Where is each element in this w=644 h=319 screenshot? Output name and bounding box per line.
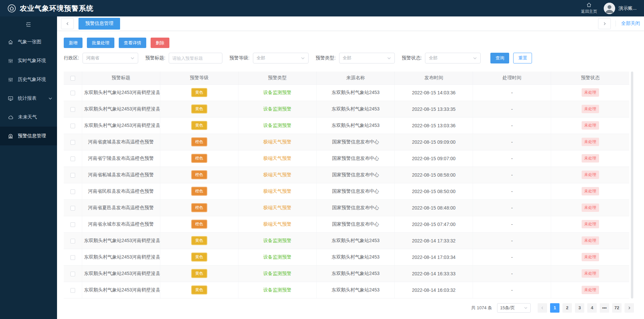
row-checkbox[interactable] xyxy=(70,189,75,194)
title-filter-label: 预警标题: xyxy=(145,55,165,61)
row-checkbox[interactable] xyxy=(70,140,75,145)
next-page-button[interactable] xyxy=(625,303,634,313)
row-checkbox[interactable] xyxy=(70,288,75,293)
source-cell: 东双鹅头村气象站2453 xyxy=(316,232,394,249)
publish-time-cell: 2022-08-14 17:33:32 xyxy=(395,232,473,249)
table-row[interactable]: 河南省永城市发布高温橙色预警橙色极端天气预警国家预警信息发布中心2022-08-… xyxy=(64,216,629,232)
level-badge: 橙色 xyxy=(191,154,207,163)
search-button[interactable]: 查询 xyxy=(490,53,509,63)
page-button-4[interactable]: 4 xyxy=(587,303,597,313)
sidebar-item-2[interactable]: 历史气象环境 xyxy=(0,70,57,89)
sidebar-item-label: 实时气象环境 xyxy=(18,58,46,64)
table-row[interactable]: 东双鹅头村气象站2453河南鹤壁浚县黄色设备监测预警东双鹅头村气象站245320… xyxy=(64,84,629,101)
delete-button[interactable]: 删除 xyxy=(151,38,169,48)
table-row[interactable]: 河南省民权县发布高温橙色预警橙色极端天气预警国家预警信息发布中心2022-08-… xyxy=(64,183,629,199)
table-scrollbar[interactable] xyxy=(631,72,633,299)
table-row[interactable]: 河南省柘城县发布高温橙色预警橙色极端天气预警国家预警信息发布中心2022-08-… xyxy=(64,167,629,183)
warning-type-select[interactable]: 全部 xyxy=(339,53,395,63)
level-label: 预警等级: xyxy=(229,55,250,61)
warning-title-cell: 东双鹅头村气象站2453河南鹤壁浚县 xyxy=(82,282,160,298)
fold-menu-icon[interactable] xyxy=(0,16,57,33)
column-header: 预警状态 xyxy=(551,72,629,84)
warning-table: 预警标题预警等级预警类型来源名称发布时间处理时间预警状态 东双鹅头村气象站245… xyxy=(64,72,634,299)
source-cell: 东双鹅头村气象站2453 xyxy=(316,282,394,298)
sidebar-item-4[interactable]: 未来天气 xyxy=(0,108,57,127)
warning-type-cell: 设备监测预警 xyxy=(238,117,316,134)
prev-page-button[interactable] xyxy=(538,303,547,313)
region-select[interactable]: 河南省 xyxy=(83,53,138,63)
sidebar-item-5[interactable]: 预警信息管理 xyxy=(0,127,57,145)
status-badge: 未处理 xyxy=(582,253,599,261)
source-cell: 国家预警信息发布中心 xyxy=(316,199,394,216)
row-checkbox[interactable] xyxy=(70,124,75,128)
table-row[interactable]: 河南省虞城县发布高温橙色预警橙色极端天气预警国家预警信息发布中心2022-08-… xyxy=(64,134,629,150)
sidebar-item-0[interactable]: 气象一张图 xyxy=(0,33,57,51)
table-row[interactable]: 河南省夏邑县发布高温橙色预警橙色极端天气预警国家预警信息发布中心2022-08-… xyxy=(64,199,629,216)
warning-title-input[interactable] xyxy=(169,53,222,63)
table-row[interactable]: 东双鹅头村气象站2453河南鹤壁浚县黄色设备监测预警东双鹅头村气象站245320… xyxy=(64,117,629,134)
view-detail-button[interactable]: 查看详情 xyxy=(119,38,146,48)
row-checkbox[interactable] xyxy=(70,222,75,227)
table-row[interactable]: 东双鹅头村气象站2453河南鹤壁浚县黄色设备监测预警东双鹅头村气象站245320… xyxy=(64,282,629,298)
region-label: 行政区: xyxy=(64,55,79,61)
column-header: 预警标题 xyxy=(82,72,160,84)
publish-time-cell: 2022-08-15 13:33:35 xyxy=(395,101,473,117)
page-button-2[interactable]: 2 xyxy=(562,303,572,313)
row-checkbox[interactable] xyxy=(70,91,75,95)
chevron-down-icon xyxy=(387,56,391,60)
warning-status-select[interactable]: 全部 xyxy=(425,53,481,63)
row-checkbox[interactable] xyxy=(70,239,75,243)
row-checkbox[interactable] xyxy=(70,255,75,260)
chevron-down-icon xyxy=(48,96,52,100)
handle-time-cell: - xyxy=(473,265,551,282)
tab-scroll-left-button[interactable] xyxy=(61,18,74,29)
publish-time-cell: 2022-08-14 16:33:33 xyxy=(395,265,473,282)
sidebar-item-1[interactable]: 实时气象环境 xyxy=(0,51,57,70)
publish-time-cell: 2022-08-15 13:03:36 xyxy=(395,117,473,134)
close-all-tabs-button[interactable]: 全部关闭 xyxy=(615,20,640,27)
type-label: 预警类型: xyxy=(316,55,336,61)
tab-warning-info-management[interactable]: 预警信息管理 xyxy=(78,18,120,30)
warning-type-cell: 极端天气预警 xyxy=(238,216,316,232)
publish-time-cell: 2022-08-15 09:07:00 xyxy=(395,150,473,167)
page-size-select[interactable]: 15条/页 xyxy=(497,303,531,313)
main-content: 预警信息管理 全部关闭 新增 批量处理 查看详情 删除 行政区: 河南省 预警标… xyxy=(57,16,644,319)
page-button-1[interactable]: 1 xyxy=(550,303,559,313)
warning-type-cell: 极端天气预警 xyxy=(238,183,316,199)
reset-button[interactable]: 重置 xyxy=(513,53,532,63)
handle-time-cell: - xyxy=(473,249,551,265)
sidebar: 气象一张图实时气象环境历史气象环境统计报表未来天气预警信息管理 xyxy=(0,16,57,319)
avatar[interactable] xyxy=(604,3,615,14)
select-all-checkbox[interactable] xyxy=(70,76,75,81)
source-cell: 国家预警信息发布中心 xyxy=(316,167,394,183)
return-home-button[interactable]: 返回主页 xyxy=(581,2,597,14)
column-header: 处理时间 xyxy=(473,72,551,84)
table-row[interactable]: 东双鹅头村气象站2453河南鹤壁浚县黄色设备监测预警东双鹅头村气象站245320… xyxy=(64,101,629,117)
row-checkbox[interactable] xyxy=(70,173,75,178)
add-button[interactable]: 新增 xyxy=(64,38,83,48)
user-menu[interactable]: 演示账... xyxy=(604,3,637,14)
realtime-data-icon xyxy=(8,58,13,64)
row-checkbox[interactable] xyxy=(70,272,75,276)
tab-scroll-right-button[interactable] xyxy=(598,18,611,29)
page-button-72[interactable]: 72 xyxy=(612,303,622,313)
table-row[interactable]: 河南省宁陵县发布高温橙色预警橙色极端天气预警国家预警信息发布中心2022-08-… xyxy=(64,150,629,167)
page-button-3[interactable]: 3 xyxy=(575,303,584,313)
sidebar-item-3[interactable]: 统计报表 xyxy=(0,89,57,108)
source-cell: 国家预警信息发布中心 xyxy=(316,183,394,199)
source-cell: 东双鹅头村气象站2453 xyxy=(316,249,394,265)
row-checkbox[interactable] xyxy=(70,206,75,211)
status-badge: 未处理 xyxy=(582,121,599,130)
chevron-down-icon xyxy=(524,306,528,310)
status-badge: 未处理 xyxy=(582,138,599,146)
table-row[interactable]: 东双鹅头村气象站2453河南鹤壁浚县黄色设备监测预警东双鹅头村气象站245320… xyxy=(64,249,629,265)
column-header: 来源名称 xyxy=(316,72,394,84)
row-checkbox[interactable] xyxy=(70,156,75,161)
warning-level-select[interactable]: 全部 xyxy=(253,53,309,63)
more-pages-button[interactable]: ••• xyxy=(600,303,609,313)
table-row[interactable]: 东双鹅头村气象站2453河南鹤壁浚县黄色设备监测预警东双鹅头村气象站245320… xyxy=(64,265,629,282)
username-label[interactable]: 演示账... xyxy=(619,5,637,11)
batch-process-button[interactable]: 批量处理 xyxy=(87,38,114,48)
table-row[interactable]: 东双鹅头村气象站2453河南鹤壁浚县黄色设备监测预警东双鹅头村气象站245320… xyxy=(64,232,629,249)
row-checkbox[interactable] xyxy=(70,107,75,112)
